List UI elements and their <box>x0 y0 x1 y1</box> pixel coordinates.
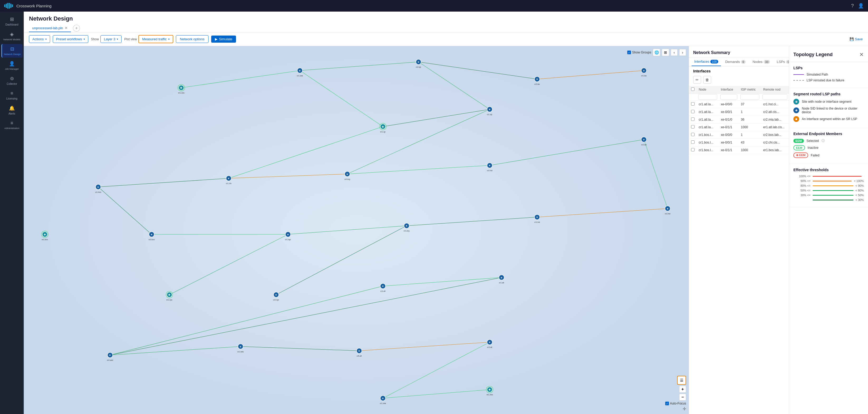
thresholds-legend-section: Effective thresholds 100% <= 90% <= < 10… <box>789 164 868 207</box>
eem-failed-badge: ⊗ EEM <box>794 152 808 158</box>
table-row[interactable]: cr1.bos.l... xe-0/1/1 1000 er1.bos.lab..… <box>689 146 789 154</box>
row-checkbox[interactable] <box>691 117 694 121</box>
save-button[interactable]: 💾 Save <box>849 37 863 41</box>
interfaces-table: Node Interface IGP metric Remote nod <box>689 86 789 414</box>
tab-unprocessed-lab[interactable]: unprocessed-lab.pln ✕ <box>29 24 71 32</box>
svg-text:er1.bos: er1.bos <box>42 239 48 240</box>
demands-count-badge: 0 <box>741 60 746 64</box>
threshold-label: 90% <= <box>794 179 810 182</box>
svg-text:✤: ✤ <box>44 233 46 236</box>
table-row[interactable]: cr1.atl.la... xe-0/0/0 37 cr1.hst.ci... <box>689 101 789 108</box>
network-node[interactable]: ✤er1.bos <box>41 231 49 240</box>
network-node[interactable]: ✦cr1.chi <box>226 176 231 184</box>
summary-tab-lsps[interactable]: LSPs 0 <box>774 58 789 66</box>
cell-node: cr1.atl.la... <box>696 116 719 124</box>
network-node[interactable]: ✦cr2.hst <box>665 206 670 215</box>
table-row[interactable]: cr1.atl.la... xe-0/0/1 1 cr2.atl.cis... <box>689 108 789 116</box>
legend-close-button[interactable]: ✕ <box>859 51 864 58</box>
nav-next-button[interactable]: › <box>679 49 686 56</box>
network-node[interactable]: ✦cr1.hst <box>534 214 540 223</box>
edit-interface-button[interactable]: ✏ <box>693 76 701 84</box>
move-icon[interactable]: ✛ <box>683 406 686 411</box>
network-options-button[interactable]: Network options <box>176 35 208 43</box>
table-row[interactable]: cr1.atl.la... xe-0/1/1 1000 er1.atl.lab.… <box>689 124 789 131</box>
network-node[interactable]: ✦cr1.alt <box>499 275 504 284</box>
table-row[interactable]: cr1.atl.la... xe-0/1/0 36 cr2.mia.lab... <box>689 116 789 124</box>
measured-traffic-button[interactable]: Measured traffic ▾ <box>138 35 173 43</box>
filter-node[interactable] <box>698 94 717 100</box>
network-node[interactable]: ✦cr2.sjc <box>416 59 421 68</box>
summary-tab-nodes[interactable]: Nodes 33 <box>750 58 773 66</box>
sidebar-item-dashboard[interactable]: ⊞ Dashboard <box>1 14 23 28</box>
select-all-checkbox[interactable] <box>691 88 694 91</box>
sidebar-item-licensing[interactable]: ≡ Licensing <box>1 89 23 102</box>
tab-add-button[interactable]: + <box>73 25 80 32</box>
show-groups-label: Show Groups <box>632 50 651 54</box>
network-node[interactable]: ✦cr2.lax <box>641 137 647 146</box>
sidebar-item-collector[interactable]: ⊜ Collector <box>1 73 23 88</box>
filter-interface[interactable] <box>720 94 737 100</box>
globe-icon-button[interactable]: 🌐 <box>653 49 660 56</box>
network-node[interactable]: ✦cr2.atl <box>487 340 492 348</box>
topology-icon-button[interactable]: ⊞ <box>662 49 669 56</box>
network-node[interactable]: ✦cr2.hst <box>487 163 493 171</box>
auto-focus-control[interactable]: ✓ Auto-Focus <box>665 402 686 405</box>
user-icon[interactable]: 👤 <box>858 3 864 9</box>
sidebar-item-alerts[interactable]: 🔔 Alerts <box>1 103 23 117</box>
simulate-button[interactable]: ▶ Simulate <box>211 36 236 43</box>
network-node[interactable]: ✦cr2.lax <box>534 76 540 85</box>
row-checkbox[interactable] <box>691 102 694 106</box>
layer3-button[interactable]: Layer 3 ▾ <box>100 35 122 43</box>
row-checkbox[interactable] <box>691 125 694 129</box>
svg-text:✦: ✦ <box>417 61 420 64</box>
network-node[interactable]: ✤er1.sjc <box>379 123 386 133</box>
help-icon[interactable]: ? <box>851 3 854 9</box>
zoom-in-button[interactable]: + <box>679 386 686 393</box>
nav-prev-button[interactable]: ‹ <box>671 49 678 56</box>
sidebar-item-network-design[interactable]: ⊟ Network Design <box>1 44 23 58</box>
cell-remote-node: cr2.mia.lab... <box>761 116 789 124</box>
svg-text:er1.nyc: er1.nyc <box>166 299 173 301</box>
filter-remote-node[interactable] <box>763 94 787 100</box>
row-checkbox[interactable] <box>691 140 694 144</box>
save-label: Save <box>855 37 863 41</box>
sidebar-item-network-models[interactable]: ◈ Network Models <box>1 29 23 43</box>
map-menu-button[interactable]: ☰ <box>677 376 686 385</box>
tab-label: unprocessed-lab.pln <box>32 26 63 30</box>
sidebar-item-job-manager[interactable]: 👤 Job Manager <box>1 59 23 72</box>
row-checkbox[interactable] <box>691 110 694 113</box>
threshold-label: 100% <= <box>794 175 810 178</box>
show-groups-control[interactable]: ✓ Show Groups <box>627 50 651 54</box>
zoom-out-button[interactable]: − <box>679 394 686 401</box>
alerts-icon: 🔔 <box>9 105 15 111</box>
network-node[interactable]: ✦cr1.sea <box>297 68 303 77</box>
summary-tab-interfaces[interactable]: Interfaces 100 <box>692 58 721 66</box>
row-checkbox[interactable] <box>691 148 694 151</box>
row-checkbox[interactable] <box>691 133 694 136</box>
cell-igp-metric: 1 <box>739 131 761 139</box>
actions-button[interactable]: Actions ▾ <box>29 35 50 43</box>
tab-close-icon[interactable]: ✕ <box>65 26 68 30</box>
eem-selected-item: EEM Selected ⓘ <box>794 139 864 143</box>
table-row[interactable]: cr1.bos.l... xe-0/0/0 1 cr2.bos.lab... <box>689 131 789 139</box>
network-node[interactable]: ✦cr1.lax <box>641 68 647 77</box>
sidebar-item-administration[interactable]: ≡ Administration <box>1 118 23 132</box>
main-layout: ⊞ Dashboard ◈ Network Models ⊟ Network D… <box>0 11 868 414</box>
summary-tab-demands[interactable]: Demands 0 <box>722 58 748 66</box>
table-row[interactable]: cr1.bos.l... xe-0/0/1 43 cr2.chi.cis... <box>689 139 789 146</box>
filter-igp[interactable] <box>740 94 760 100</box>
network-node[interactable]: ✦cr1.mia <box>380 395 386 404</box>
network-node[interactable]: ✦cr9.atl <box>356 348 362 357</box>
network-node[interactable]: ✤er1.sea <box>178 84 185 94</box>
network-node[interactable]: ✦cr1.sjc <box>487 107 493 115</box>
network-node[interactable]: ✦cr1.bos <box>95 184 101 193</box>
delete-interface-button[interactable]: 🗑 <box>703 76 711 84</box>
network-node[interactable]: ✤er1.nyc <box>165 291 173 301</box>
preset-workflows-button[interactable]: Preset workflows ▾ <box>53 35 88 43</box>
network-node[interactable]: ✦cr2.bos <box>149 232 155 240</box>
cell-node: cr1.bos.l... <box>696 146 719 154</box>
svg-text:✦: ✦ <box>240 346 242 348</box>
network-node[interactable]: ✤er1.mia <box>486 386 493 395</box>
network-node[interactable]: ✦cr1.atl <box>380 283 385 292</box>
simulated-path-label: Simulated Path <box>807 73 828 76</box>
